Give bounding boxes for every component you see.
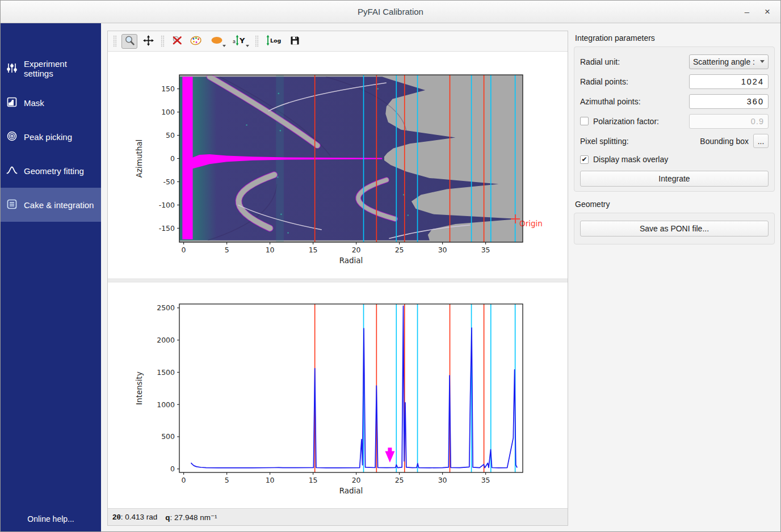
sidebar-item-cake-integration[interactable]: Cake & integration <box>1 188 101 222</box>
svg-text:35: 35 <box>481 476 490 484</box>
svg-text:15: 15 <box>309 246 318 254</box>
pixel-splitting-more-button[interactable]: ... <box>753 134 769 148</box>
save-figure-button[interactable] <box>287 34 303 49</box>
toolbar-grip[interactable] <box>113 35 117 48</box>
sidebar-item-label: Mask <box>24 98 44 108</box>
radial-unit-label: Radial unit: <box>580 57 689 66</box>
polarization-label: Polarization factor: <box>593 117 689 126</box>
q-label: q <box>165 513 170 522</box>
radial-points-input[interactable] <box>689 74 769 89</box>
svg-text:50: 50 <box>166 131 175 140</box>
magnifier-icon <box>124 35 135 48</box>
autoscale-y-button[interactable]: a Y <box>230 34 250 49</box>
cake-list-icon <box>6 199 18 212</box>
sidebar-item-experiment-settings[interactable]: Experiment settings <box>1 52 101 86</box>
target-rings-icon <box>6 130 18 143</box>
palette-icon <box>190 35 202 48</box>
svg-text:5: 5 <box>225 476 229 484</box>
pan-arrows-icon <box>143 35 154 48</box>
sidebar-item-peak-picking[interactable]: Peak picking <box>1 120 101 154</box>
svg-text:0: 0 <box>170 465 175 473</box>
svg-text:0: 0 <box>182 476 186 484</box>
svg-text:Y: Y <box>239 36 245 45</box>
svg-text:20: 20 <box>352 246 361 254</box>
svg-text:2500: 2500 <box>157 303 175 312</box>
svg-text:0: 0 <box>170 154 175 163</box>
radial-unit-select[interactable]: Scattering angle : <box>689 54 769 69</box>
svg-text:2000: 2000 <box>157 336 175 344</box>
mask-icon <box>6 96 18 109</box>
toolbar-grip[interactable] <box>255 35 259 48</box>
title-bar: PyFAI Calibration – × <box>1 1 780 23</box>
svg-text:35: 35 <box>481 246 490 254</box>
log-scale-button[interactable]: Log <box>263 34 284 49</box>
pan-tool-button[interactable] <box>140 34 156 49</box>
ellipse-icon <box>211 36 223 47</box>
svg-text:20: 20 <box>352 476 361 484</box>
svg-text:Log: Log <box>270 37 281 44</box>
svg-text:a: a <box>233 39 236 44</box>
svg-text:-50: -50 <box>163 178 175 186</box>
zoom-tool-button[interactable] <box>121 34 137 49</box>
azimuthal-points-input[interactable] <box>689 94 769 109</box>
q-value: : 27.948 nm⁻¹ <box>170 513 217 522</box>
svg-text:25: 25 <box>395 476 404 484</box>
svg-text:500: 500 <box>161 432 175 441</box>
svg-text:100: 100 <box>161 108 175 116</box>
sidebar: Experiment settings Mask Peak picking <box>1 23 101 531</box>
online-help-link[interactable]: Online help... <box>1 505 101 531</box>
sidebar-item-label: Cake & integration <box>24 200 94 210</box>
sidebar-item-mask[interactable]: Mask <box>1 86 101 120</box>
tth-label: 2θ <box>112 513 121 521</box>
mask-ellipse-button[interactable] <box>207 34 227 49</box>
tth-value: : 0.413 rad <box>121 513 158 521</box>
sidebar-item-label: Geometry fitting <box>24 166 84 176</box>
sidebar-item-label: Peak picking <box>24 132 72 142</box>
sidebar-item-label: Experiment settings <box>24 59 95 78</box>
combo-arrow-icon <box>760 60 765 63</box>
dropdown-caret-icon <box>246 45 249 47</box>
svg-text:10: 10 <box>266 476 275 484</box>
colormap-button[interactable] <box>188 34 204 49</box>
intensity-plot[interactable]: 0510152025303505001000150020002500Radial… <box>108 282 568 508</box>
cake-plot[interactable]: Origin05101520253035-150-100-50050100150… <box>108 52 568 278</box>
radial-points-label: Radial points: <box>580 77 689 86</box>
display-mask-label: Display mask overlay <box>593 155 769 164</box>
svg-text:Radial: Radial <box>339 486 363 495</box>
app-window: PyFAI Calibration – × Experiment setting… <box>0 0 781 532</box>
right-panel: Integration parameters Radial unit: Scat… <box>568 23 780 531</box>
plot-toolbar: a Y <box>108 31 568 52</box>
peak-curve-icon <box>6 164 18 178</box>
azimuthal-points-label: Azimuthal points: <box>580 97 689 106</box>
save-poni-button[interactable]: Save as PONI file... <box>580 221 769 237</box>
svg-text:-100: -100 <box>159 201 175 209</box>
magnifier-red-x-icon <box>172 35 183 48</box>
save-floppy-icon <box>289 35 300 48</box>
svg-text:30: 30 <box>438 476 447 484</box>
svg-text:1000: 1000 <box>157 400 175 409</box>
svg-text:150: 150 <box>161 85 175 93</box>
minimize-button[interactable]: – <box>740 5 754 19</box>
geometry-group: Save as PONI file... <box>574 213 775 244</box>
sidebar-item-geometry-fitting[interactable]: Geometry fitting <box>1 154 101 188</box>
svg-text:30: 30 <box>438 246 447 254</box>
sliders-icon <box>6 62 18 75</box>
svg-text:Intensity: Intensity <box>135 371 144 405</box>
zoom-reset-button[interactable] <box>169 34 185 49</box>
dropdown-caret-icon <box>222 45 226 47</box>
pixel-splitting-value: Bounding box <box>700 137 749 146</box>
plot-panel: a Y <box>107 31 568 526</box>
log-scale-icon: Log <box>265 35 282 48</box>
polarization-input[interactable] <box>689 114 769 129</box>
coordinate-status-bar: 2θ: 0.413 rad q: 27.948 nm⁻¹ <box>108 508 568 525</box>
close-button[interactable]: × <box>760 5 775 19</box>
toolbar-grip[interactable] <box>161 35 165 48</box>
geometry-title: Geometry <box>575 200 775 209</box>
figure-divider <box>108 278 568 282</box>
svg-text:Radial: Radial <box>339 256 363 265</box>
svg-text:15: 15 <box>309 476 318 484</box>
integrate-button[interactable]: Integrate <box>580 171 769 187</box>
display-mask-checkbox[interactable] <box>580 155 589 164</box>
svg-text:25: 25 <box>395 246 404 254</box>
polarization-checkbox[interactable] <box>580 117 589 125</box>
